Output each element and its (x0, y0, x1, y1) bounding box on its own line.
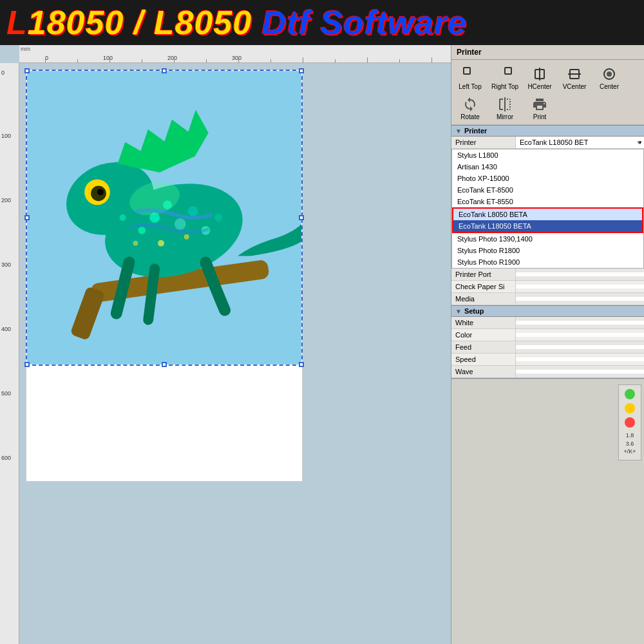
dropdown-arrow: ▼ (638, 140, 643, 146)
ruler-top: mm 0 100 200 300 (19, 45, 451, 63)
rotate-button[interactable]: Rotate (454, 94, 486, 122)
print-button[interactable]: Print (524, 94, 556, 122)
mm-label: mm (19, 45, 32, 53)
image-container[interactable] (26, 70, 303, 366)
color-value-1: 1.8 (623, 431, 636, 440)
center-label: Center (600, 83, 619, 90)
svg-point-31 (607, 71, 612, 77)
yellow-dot (625, 403, 635, 413)
ruler-left: 0 100 200 300 400 500 600 (0, 63, 19, 644)
feed-label: Feed (451, 341, 516, 353)
ruler-mark-200: 200 (167, 55, 177, 61)
dropdown-item-et8550[interactable]: EcoTank ET-8550 (452, 196, 643, 207)
printer-collapse-icon[interactable]: ▼ (455, 128, 462, 135)
ruler-v-mark-200: 200 (1, 197, 11, 204)
handle-top-right[interactable] (299, 68, 304, 73)
white-row: White (451, 317, 644, 329)
ruler-v-mark-0: 0 (1, 70, 5, 76)
printer-section-label: Printer (464, 127, 487, 135)
mirror-icon (496, 95, 514, 113)
svg-point-8 (97, 189, 104, 195)
center-button[interactable]: Center (593, 64, 625, 91)
color-row: Color (451, 329, 644, 341)
handle-bottom-right[interactable] (299, 362, 304, 367)
handle-middle-left[interactable] (24, 215, 30, 220)
setup-section-header: ▼ Setup (451, 305, 644, 317)
svg-point-14 (120, 214, 126, 221)
printer-panel-header: Printer (451, 45, 644, 60)
ruler-v-mark-300: 300 (1, 261, 11, 268)
hcenter-button[interactable]: HCenter (524, 64, 556, 91)
dropdown-item-photo-r1800[interactable]: Stylus Photo R1800 (452, 245, 643, 256)
feed-value[interactable] (516, 345, 644, 349)
right-top-label: Right Top (491, 83, 518, 90)
dropdown-item-photo-r1900[interactable]: Stylus Photo R1900 (452, 256, 643, 268)
svg-point-11 (175, 218, 186, 230)
check-paper-row: Check Paper Si (451, 281, 644, 293)
speed-value[interactable] (516, 357, 644, 361)
tick (303, 57, 303, 62)
dropdown-item-photo-xp15000[interactable]: Photo XP-15000 (452, 173, 643, 184)
mirror-button[interactable]: Mirror (489, 94, 521, 122)
dropdown-item-l18050[interactable]: EcoTank L18050 BETA (453, 220, 642, 232)
handle-top-middle[interactable] (162, 68, 167, 73)
ruler-mark-300: 300 (232, 55, 242, 61)
dropdown-item-l8050[interactable]: EcoTank L8050 BETA (453, 209, 642, 220)
printer-section-header: ▼ Printer (451, 125, 644, 137)
handle-bottom-middle[interactable] (162, 362, 167, 367)
green-dot (625, 389, 635, 399)
printer-dropdown-list[interactable]: Stylus L1800 Artisan 1430 Photo XP-15000… (451, 149, 644, 269)
media-value[interactable] (516, 297, 644, 301)
tick (399, 59, 400, 62)
color-value[interactable] (516, 333, 644, 337)
svg-point-19 (133, 241, 138, 246)
handle-top-left[interactable] (24, 68, 30, 73)
color-values: 1.8 3.6 +/K+ (623, 431, 636, 456)
properties-panel: ▼ Printer Printer EcoTank L18050 BET ▼ S… (451, 125, 644, 379)
tick (142, 59, 142, 62)
printer-port-label: Printer Port (451, 269, 516, 280)
canvas-content (19, 63, 451, 644)
setup-collapse-icon[interactable]: ▼ (455, 308, 462, 315)
check-paper-label: Check Paper Si (451, 281, 516, 292)
main-area: mm 0 100 200 300 0 100 200 300 4 (0, 45, 644, 644)
printer-row: Printer EcoTank L18050 BET ▼ (451, 137, 644, 149)
dropdown-item-artisan-1430[interactable]: Artisan 1430 (452, 161, 643, 173)
right-panel: Printer Left Top Right Top HCenter (451, 45, 644, 644)
handle-middle-right[interactable] (299, 215, 304, 220)
left-top-label: Left Top (459, 83, 481, 90)
check-paper-value[interactable] (516, 285, 644, 289)
printer-current-value: EcoTank L18050 BET (520, 138, 588, 146)
printer-port-row: Printer Port (451, 269, 644, 281)
printer-value[interactable]: EcoTank L18050 BET ▼ (516, 137, 644, 148)
color-dots-panel: 1.8 3.6 +/K+ (618, 384, 641, 460)
ruler-mark-100: 100 (103, 55, 113, 61)
ruler-v-mark-500: 500 (1, 390, 11, 397)
vcenter-button[interactable]: VCenter (558, 64, 591, 91)
wave-value[interactable] (516, 370, 644, 374)
print-icon (531, 95, 549, 113)
speed-row: Speed (451, 354, 644, 366)
wave-label: Wave (451, 366, 516, 377)
white-value[interactable] (516, 321, 644, 325)
media-row: Media (451, 293, 644, 305)
vcenter-icon (565, 65, 583, 83)
ruler-v-mark-600: 600 (1, 455, 11, 461)
printer-port-value[interactable] (516, 272, 644, 276)
svg-point-13 (188, 206, 198, 216)
rotate-label: Rotate (460, 113, 479, 120)
dropdown-item-et8500[interactable]: EcoTank ET-8500 (452, 184, 643, 196)
tick (270, 59, 271, 62)
right-top-button[interactable]: Right Top (489, 64, 521, 91)
dropdown-item-photo-1390[interactable]: Stylus Photo 1390,1400 (452, 233, 643, 245)
rotate-icon (461, 95, 479, 113)
setup-section-label: Setup (464, 307, 484, 315)
tick (367, 57, 368, 62)
tick (206, 59, 207, 62)
handle-bottom-left[interactable] (24, 362, 30, 367)
white-label: White (451, 317, 516, 328)
ruler-v-mark-100: 100 (1, 133, 11, 139)
chameleon-image (27, 71, 301, 365)
left-top-button[interactable]: Left Top (454, 64, 486, 91)
dropdown-item-stylus-l1800[interactable]: Stylus L1800 (452, 149, 643, 161)
